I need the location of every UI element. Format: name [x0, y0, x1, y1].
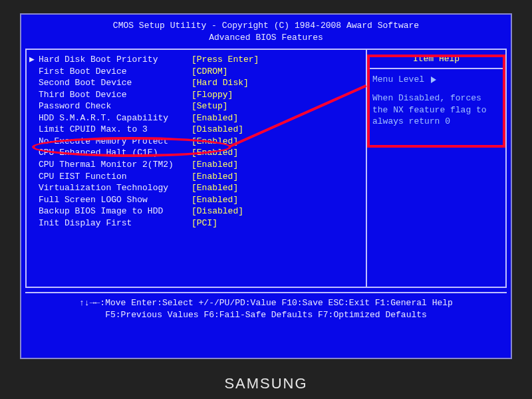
row-value[interactable]: [PCI]: [192, 217, 217, 229]
row-value[interactable]: [Enabled]: [192, 136, 238, 148]
settings-row[interactable]: First Boot Device[CDROM]: [29, 66, 363, 78]
footer-line2: F5:Previous Values F6:Fail-Safe Defaults…: [25, 309, 507, 321]
settings-row[interactable]: CPU EIST Function[Enabled]: [29, 171, 363, 183]
monitor-bezel: [0, 0, 20, 399]
header-line1: CMOS Setup Utility - Copyright (C) 1984-…: [25, 20, 507, 32]
settings-row[interactable]: Third Boot Device[Floppy]: [29, 89, 363, 101]
row-label: Init Display First: [39, 217, 192, 229]
settings-row[interactable]: CPU Enhanced Halt (C1E)[Enabled]: [29, 147, 363, 159]
row-label: Second Boot Device: [39, 77, 192, 89]
item-help-panel: Item Help Menu Level When Disabled, forc…: [366, 50, 505, 287]
row-pointer-icon: [29, 66, 39, 78]
header-line2: Advanced BIOS Features: [25, 32, 507, 44]
row-label: Third Boot Device: [39, 89, 192, 101]
row-value[interactable]: [CDROM]: [192, 66, 228, 78]
monitor-brand: SAMSUNG: [0, 375, 532, 392]
row-pointer-icon: [29, 100, 39, 112]
row-value[interactable]: [Enabled]: [192, 182, 238, 194]
row-pointer-icon: [29, 171, 39, 183]
row-label: Backup BIOS Image to HDD: [39, 205, 192, 217]
row-value[interactable]: [Disabled]: [192, 205, 243, 217]
menu-level-label: Menu Level: [372, 74, 424, 84]
settings-row[interactable]: No-Execute Memory Protect[Enabled]: [29, 136, 363, 148]
row-label: Hard Disk Boot Priority: [39, 54, 192, 66]
row-label: Full Screen LOGO Show: [39, 194, 192, 206]
row-value[interactable]: [Floppy]: [192, 89, 233, 101]
item-help-title: Item Help: [367, 50, 505, 69]
row-label: Password Check: [39, 100, 192, 112]
row-label: CPU Enhanced Halt (C1E): [39, 147, 192, 159]
bios-panels: ▶Hard Disk Boot Priority[Press Enter]Fir…: [25, 49, 507, 288]
settings-row[interactable]: CPU Thermal Monitor 2(TM2)[Enabled]: [29, 159, 363, 171]
row-value[interactable]: [Setup]: [192, 100, 228, 112]
settings-row[interactable]: Second Boot Device[Hard Disk]: [29, 77, 363, 89]
settings-row[interactable]: Init Display First[PCI]: [29, 217, 363, 229]
settings-list[interactable]: ▶Hard Disk Boot Priority[Press Enter]Fir…: [27, 50, 366, 287]
chevron-right-icon: [431, 76, 436, 83]
row-pointer-icon: [29, 147, 39, 159]
row-pointer-icon: [29, 89, 39, 101]
settings-row[interactable]: HDD S.M.A.R.T. Capability[Enabled]: [29, 112, 363, 124]
row-label: CPU EIST Function: [39, 171, 192, 183]
monitor-bezel: [0, 0, 532, 13]
bios-screen: CMOS Setup Utility - Copyright (C) 1984-…: [20, 13, 512, 359]
row-value[interactable]: [Enabled]: [192, 112, 238, 124]
row-pointer-icon: [29, 194, 39, 206]
settings-row[interactable]: Full Screen LOGO Show[Enabled]: [29, 194, 363, 206]
row-value[interactable]: [Press Enter]: [192, 54, 259, 66]
settings-row[interactable]: Password Check[Setup]: [29, 100, 363, 112]
row-value[interactable]: [Disabled]: [192, 124, 243, 136]
row-pointer-icon: [29, 124, 39, 136]
row-value[interactable]: [Enabled]: [192, 194, 238, 206]
bios-header: CMOS Setup Utility - Copyright (C) 1984-…: [25, 17, 507, 49]
row-pointer-icon: [29, 136, 39, 148]
row-label: Virtualization Technology: [39, 182, 192, 194]
row-pointer-icon: [29, 159, 39, 171]
footer-line1: ↑↓→←:Move Enter:Select +/-/PU/PD:Value F…: [25, 297, 507, 309]
row-value[interactable]: [Enabled]: [192, 147, 238, 159]
bios-footer: ↑↓→←:Move Enter:Select +/-/PU/PD:Value F…: [25, 292, 507, 321]
settings-row[interactable]: Virtualization Technology[Enabled]: [29, 182, 363, 194]
row-pointer-icon: [29, 112, 39, 124]
menu-level-row: Menu Level: [372, 74, 500, 84]
settings-row[interactable]: Limit CPUID Max. to 3[Disabled]: [29, 124, 363, 136]
row-label: No-Execute Memory Protect: [39, 136, 192, 148]
row-pointer-icon: ▶: [29, 54, 39, 66]
row-label: First Boot Device: [39, 66, 192, 78]
row-value[interactable]: [Enabled]: [192, 159, 238, 171]
row-pointer-icon: [29, 217, 39, 229]
monitor-bezel: [512, 0, 532, 399]
row-pointer-icon: [29, 77, 39, 89]
settings-row[interactable]: Backup BIOS Image to HDD[Disabled]: [29, 205, 363, 217]
row-value[interactable]: [Enabled]: [192, 171, 238, 183]
row-label: Limit CPUID Max. to 3: [39, 124, 192, 136]
item-help-body: When Disabled, forces the NX feature fla…: [372, 92, 500, 128]
settings-row[interactable]: ▶Hard Disk Boot Priority[Press Enter]: [29, 54, 363, 66]
row-label: HDD S.M.A.R.T. Capability: [39, 112, 192, 124]
row-pointer-icon: [29, 205, 39, 217]
row-label: CPU Thermal Monitor 2(TM2): [39, 159, 192, 171]
row-value[interactable]: [Hard Disk]: [192, 77, 249, 89]
row-pointer-icon: [29, 182, 39, 194]
